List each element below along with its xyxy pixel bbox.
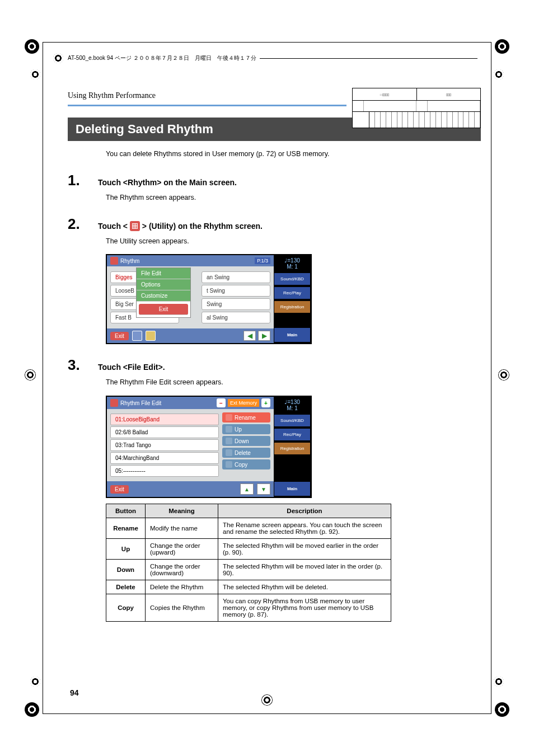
tempo-display: ♩=130 M: 1 — [274, 397, 311, 414]
list-item[interactable]: 04:MarchingBand — [110, 452, 219, 464]
tempo-value: ♩=130 — [275, 399, 310, 405]
side-main[interactable]: Main — [274, 327, 311, 342]
table-row: Delete Delete the Rhythm The selected Rh… — [106, 580, 391, 594]
cell-meaning: Delete the Rhythm — [146, 580, 218, 594]
menu-item-file-edit[interactable]: File Edit — [137, 268, 190, 279]
rename-label: Rename — [235, 415, 256, 421]
step-title: Touch <File Edit>. — [98, 363, 165, 372]
cell-button: Up — [106, 539, 146, 560]
up-button[interactable]: Up — [222, 424, 270, 434]
registration-mark-icon — [25, 369, 36, 381]
side-rec-play[interactable]: Rec/Play — [274, 428, 311, 441]
intro-text: You can delete Rhythms stored in User me… — [106, 149, 481, 159]
next-icon[interactable]: ▶ — [258, 331, 270, 341]
list-item[interactable]: Swing — [202, 298, 270, 310]
down-button[interactable]: Down — [222, 436, 270, 446]
list-item[interactable]: 01:LooseBigBand — [110, 414, 219, 425]
copy-button[interactable]: Copy — [222, 459, 270, 469]
cell-meaning: Change the order (downward) — [146, 560, 218, 580]
down-arrow-icon[interactable]: ▼ — [257, 483, 270, 495]
cell-description: You can copy Rhythms from USB memory to … — [218, 594, 391, 622]
page-content: AT-500_e.book 94 ページ ２００８年７月２８日 月曜日 午後４時… — [53, 53, 481, 703]
step-title: Touch <Rhythm> on the Main screen. — [98, 178, 237, 187]
utility-icon[interactable] — [132, 331, 142, 341]
side-sound-kbd[interactable]: Sound/KBD — [274, 414, 311, 427]
menu-item-customize[interactable]: Customize — [137, 290, 190, 302]
close-icon[interactable] — [110, 257, 118, 265]
utility-menu: File Edit Options Customize Exit — [136, 267, 191, 318]
exit-button[interactable]: Exit — [110, 485, 129, 494]
rhythm-screen-footer: Exit ◀ ▶ — [107, 328, 274, 343]
menu-item-options[interactable]: Options — [137, 279, 190, 290]
registration-mark-icon — [495, 39, 509, 54]
list-item[interactable]: an Swing — [202, 271, 270, 283]
rhythm-screen-titlebar: Rhythm P.1/3 — [107, 255, 274, 266]
page-indicator: P.1/3 — [255, 257, 270, 264]
prev-icon[interactable]: ◀ — [243, 331, 256, 341]
registration-mark-icon — [30, 677, 40, 687]
registration-mark-icon — [25, 702, 39, 717]
search-icon[interactable] — [146, 331, 156, 341]
cell-meaning: Change the order (upward) — [146, 539, 218, 560]
cell-description: The Rename screen appears. You can touch… — [218, 518, 391, 539]
list-item[interactable]: al Swing — [202, 312, 270, 323]
side-rec-play[interactable]: Rec/Play — [274, 287, 311, 299]
exit-button[interactable]: Exit — [110, 332, 129, 340]
keyboard-diagram: :::▯▯▯▯▯▯▯ — [352, 88, 481, 128]
crop-header-text: AT-500_e.book 94 ページ ２００８年７月２８日 月曜日 午後４時… — [68, 54, 256, 62]
file-list: 01:LooseBigBand 02:6/8 Ballad 03:Trad Ta… — [110, 412, 219, 478]
up-arrow-icon[interactable]: ▲ — [240, 483, 254, 495]
side-panel: ♩=130 M: 1 Sound/KBD Rec/Play Registrati… — [274, 255, 311, 343]
copy-icon — [226, 461, 232, 468]
memory-label[interactable]: Ext Memory — [228, 399, 259, 407]
rename-button[interactable]: Rename — [222, 412, 270, 422]
delete-icon — [226, 449, 232, 456]
list-item[interactable]: 02:6/8 Ballad — [110, 426, 219, 438]
down-icon — [226, 438, 232, 444]
registration-mark-icon — [494, 677, 504, 687]
side-panel: ♩=130 M: 1 Sound/KBD Rec/Play Registrati… — [274, 397, 311, 497]
side-registration[interactable]: Registration — [274, 442, 311, 455]
table-header: Meaning — [146, 504, 218, 518]
minus-icon[interactable]: − — [217, 398, 226, 407]
step-number: 2. — [68, 215, 98, 233]
registration-mark-icon — [498, 369, 509, 381]
file-edit-footer: Exit ▲ ▼ — [107, 481, 274, 497]
side-sound-kbd[interactable]: Sound/KBD — [274, 273, 311, 285]
registration-mark-icon — [30, 69, 40, 79]
table-row: Up Change the order (upward) The selecte… — [106, 539, 391, 560]
utility-icon — [130, 221, 140, 231]
step-3: 3. Touch <File Edit>. — [68, 356, 481, 374]
file-edit-screen: Rhythm File Edit − Ext Memory + 01:Loose… — [106, 396, 312, 498]
side-registration[interactable]: Registration — [274, 300, 311, 313]
list-item[interactable]: t Swing — [202, 285, 270, 297]
side-main[interactable]: Main — [274, 481, 311, 496]
menu-item-exit[interactable]: Exit — [139, 304, 188, 315]
down-label: Down — [235, 438, 249, 444]
step-title-pre: Touch < — [98, 222, 130, 231]
file-edit-buttons: Rename Up Down Delete Copy — [222, 412, 270, 478]
cell-meaning: Copies the Rhythm — [146, 594, 218, 622]
up-label: Up — [235, 426, 242, 433]
list-item[interactable]: 05:------------ — [110, 465, 219, 477]
target-icon — [53, 53, 63, 63]
close-icon[interactable] — [110, 399, 118, 407]
up-icon — [226, 426, 232, 433]
cell-description: The selected Rhythm will be moved later … — [218, 560, 391, 580]
cell-button: Delete — [106, 580, 146, 594]
step-3-after: The Rhythm File Edit screen appears. — [106, 377, 481, 388]
registration-mark-icon — [494, 69, 504, 79]
page-number: 94 — [70, 688, 79, 697]
registration-mark-icon — [25, 39, 39, 54]
rhythm-screen-title: Rhythm — [120, 258, 139, 264]
section-rule — [68, 105, 346, 106]
delete-button[interactable]: Delete — [222, 448, 270, 458]
cell-description: The selected Rhythm will be deleted. — [218, 580, 391, 594]
cell-button: Down — [106, 560, 146, 580]
measure-value: M: 1 — [275, 405, 310, 411]
delete-label: Delete — [235, 450, 251, 456]
tempo-display: ♩=130 M: 1 — [274, 255, 311, 272]
plus-icon[interactable]: + — [261, 398, 270, 407]
list-item[interactable]: 03:Trad Tango — [110, 439, 219, 451]
measure-value: M: 1 — [275, 264, 310, 270]
